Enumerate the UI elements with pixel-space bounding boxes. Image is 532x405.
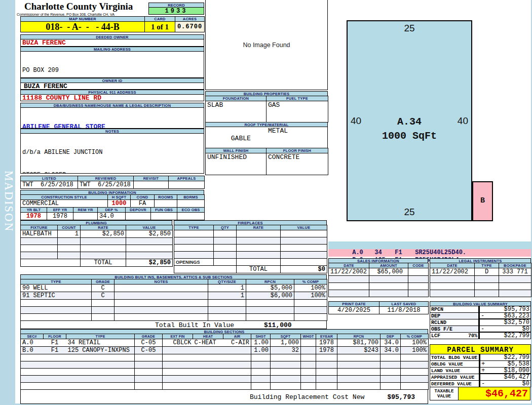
table-cell [237, 245, 281, 252]
column-header: REM YR [73, 208, 98, 213]
table-cell [251, 369, 271, 376]
table-cell [499, 290, 531, 297]
table-row [21, 245, 173, 252]
table-cell [126, 245, 173, 252]
table-row: B.0 F1 125 CANOPY-INXPNS C-05 1.00 32 19… [21, 347, 429, 354]
table-cell [301, 347, 316, 354]
bvs-label: RCLND [431, 319, 446, 326]
table-cell: C-05 [135, 347, 163, 354]
table-cell [401, 354, 429, 361]
table-cell [499, 283, 531, 290]
table-cell: F1 [44, 339, 66, 347]
physical-address-value: 11188 COUNTY LINE RD [20, 94, 204, 101]
table-cell [135, 354, 163, 361]
legend-floor: F1 [395, 249, 415, 257]
parcel-value: $5,538 [508, 361, 529, 367]
openings-label: OPENINGS [174, 259, 214, 266]
table-cell [430, 276, 475, 283]
table-row: A.0 F1 34 RETAIL C-05 CBLCK C-HEAT C-AIR… [21, 339, 429, 347]
table-cell [21, 376, 44, 383]
bvs-value: $32,570 [504, 319, 529, 326]
bvs-value: $95,793 [504, 306, 529, 312]
table-cell [316, 383, 337, 390]
building-value-summary: BUILDING VALUE SUMMARY RPCN $95,793 DEP … [430, 301, 531, 339]
column-header: EYEAR [316, 334, 337, 339]
column-header: FUEL TYPE [267, 96, 328, 101]
table-row [174, 237, 327, 245]
parcel-row: LAND VALUE +$18,090 [430, 367, 531, 374]
bvs-label: DEP [431, 313, 440, 319]
table-cell [281, 245, 327, 252]
column-header: LISTED [21, 176, 78, 181]
table-cell: $81,700 [337, 339, 381, 347]
map-number-strip: MAP NUMBER CARD ACRES 018- - A- - - 44-B… [20, 17, 204, 32]
fireplaces-total-label: TOTAL [237, 266, 281, 273]
table-cell [475, 290, 499, 297]
table-cell [223, 369, 251, 376]
table-cell: 100% [401, 339, 429, 347]
parcel-op: + [481, 368, 485, 373]
eff-yr: 1978 [47, 213, 73, 220]
table-row [174, 230, 327, 237]
column-header: MAP NUMBER [21, 17, 145, 22]
bvs-label: RPCN [431, 306, 443, 312]
column-header: ACRES [175, 17, 205, 22]
table-cell [369, 290, 408, 297]
table-cell [237, 230, 281, 237]
bvs-value: $22,799 [504, 333, 529, 339]
table-cell [214, 230, 237, 237]
table-cell [163, 376, 193, 383]
table-cell [294, 314, 327, 321]
table-cell [126, 252, 173, 259]
table-cell: 100% [294, 285, 327, 292]
table-cell [214, 252, 237, 259]
column-header: WHGT [301, 334, 316, 339]
bvs-row: DEP -$63,223 [430, 312, 531, 319]
table-cell [430, 290, 475, 297]
table-cell: 32 [271, 347, 301, 354]
table-cell: C [92, 292, 115, 300]
column-header: NOTES [115, 279, 208, 285]
table-row [21, 369, 429, 376]
table-cell [21, 369, 44, 376]
column-header: REVISIT [134, 176, 169, 181]
table-cell: F1 [44, 347, 66, 354]
table-cell [208, 300, 246, 307]
column-header: DATE [430, 263, 475, 268]
table-cell [44, 369, 66, 376]
table-cell: 11/22/2002 [430, 268, 475, 276]
table-cell [174, 245, 214, 252]
table-cell [301, 376, 316, 383]
table-cell [223, 361, 251, 369]
table-cell [401, 383, 429, 390]
column-header: LAST SAVED [379, 302, 429, 307]
table-cell: 333 771 [499, 268, 531, 276]
table-cell [115, 300, 208, 307]
plumbing-table: PLUMBING FIXTURE COUNT RATE VALUE HALFBA… [20, 220, 172, 267]
h-sqft: 1000 [108, 200, 131, 208]
column-header: COND [131, 195, 155, 200]
section-b-label: B [473, 196, 492, 205]
dba-block: DBA/BUSINESS NAME/HOUSE NAME & LEGAL DES… [20, 103, 204, 174]
parcel-value: $46,427 [504, 374, 529, 380]
table-cell [430, 283, 475, 290]
table-row [21, 376, 429, 383]
fireplaces-table: FIREPLACES TYPE QTY RATE VALUE [174, 220, 327, 273]
roof-material-value: METAL [268, 127, 288, 135]
table-cell [174, 237, 214, 245]
county-title: Charlotte County Virginia [24, 1, 148, 12]
column-header: FOUNDATION [206, 96, 267, 101]
parcel-summary: PARCEL SUMMARY TOTAL BLDG VALUE $22,799 … [430, 344, 531, 400]
table-cell: B.0 [21, 347, 44, 354]
table-cell [475, 283, 499, 290]
review-table: LISTED REVIEWED REVISIT APPEALS TWT 6/25… [20, 176, 204, 189]
table-cell [58, 238, 81, 245]
table-cell [115, 292, 208, 300]
table-cell [92, 314, 115, 321]
table-cell [237, 237, 281, 245]
table-cell [163, 369, 193, 376]
table-cell [316, 369, 337, 376]
column-header: DEP [381, 334, 401, 339]
table-cell [294, 300, 327, 307]
bvs-row: RPCN $95,793 [430, 306, 531, 313]
